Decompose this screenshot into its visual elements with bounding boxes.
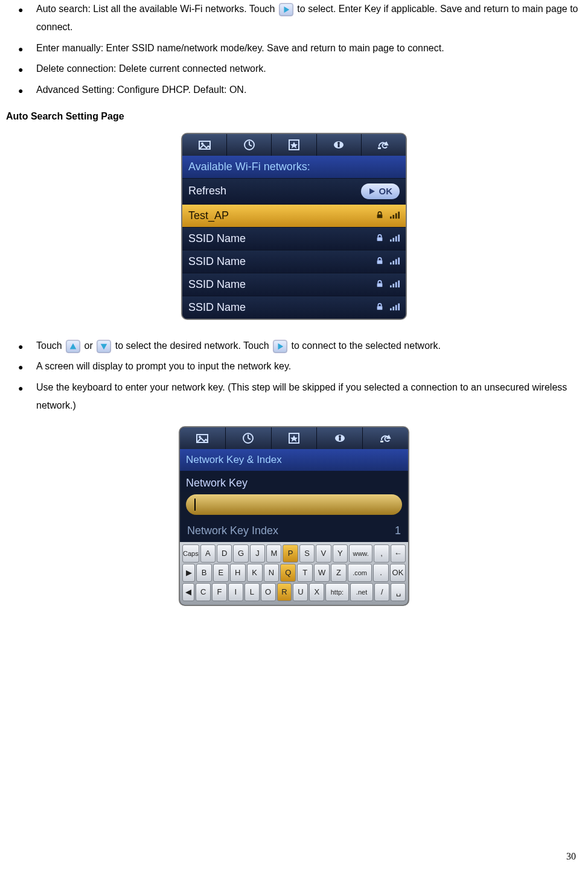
signal-icon bbox=[390, 209, 400, 222]
svg-rect-28 bbox=[377, 283, 383, 287]
wifi-network-row[interactable]: Test_AP bbox=[182, 204, 406, 227]
keyboard-key[interactable]: V bbox=[316, 544, 331, 563]
keyboard-key[interactable]: .net bbox=[350, 583, 374, 601]
keyboard-key[interactable]: C bbox=[196, 583, 211, 601]
bullet-list-top: Auto search: List all the available Wi-F… bbox=[6, 0, 582, 99]
keyboard-key[interactable]: ␣ bbox=[391, 583, 406, 601]
topbar-tab-2[interactable] bbox=[272, 134, 316, 156]
wifi-network-name: Test_AP bbox=[188, 209, 375, 222]
keyboard-key[interactable]: / bbox=[374, 583, 389, 601]
svg-rect-17 bbox=[398, 212, 400, 219]
triangle-down-icon bbox=[97, 340, 111, 353]
keyboard-key[interactable]: R bbox=[277, 583, 292, 601]
keyboard-key[interactable]: B bbox=[196, 564, 212, 582]
keyboard-key[interactable]: I bbox=[228, 583, 243, 601]
keyboard-key[interactable]: S bbox=[299, 544, 315, 563]
keyboard-key[interactable]: ← bbox=[391, 544, 406, 563]
svg-rect-35 bbox=[392, 307, 394, 310]
keyboard-key[interactable]: Caps bbox=[182, 544, 199, 563]
signal-icon bbox=[390, 232, 400, 245]
play-icon bbox=[273, 340, 287, 353]
bullet-item: Touch or to select the desired network. … bbox=[18, 337, 582, 355]
keyboard-key[interactable]: E bbox=[213, 564, 229, 582]
wifi-network-row[interactable]: SSID Name bbox=[182, 250, 406, 273]
svg-line-5 bbox=[249, 145, 252, 146]
keyboard-key[interactable]: A bbox=[200, 544, 216, 563]
refresh-row[interactable]: Refresh OK bbox=[182, 178, 406, 204]
bullet-item: A screen will display to prompt you to i… bbox=[18, 357, 582, 375]
wifi-network-name: SSID Name bbox=[188, 255, 375, 268]
keyboard-key[interactable]: W bbox=[314, 564, 330, 582]
keyboard-key[interactable]: F bbox=[212, 583, 227, 601]
keyboard-key[interactable]: N bbox=[264, 564, 280, 582]
svg-rect-36 bbox=[395, 305, 397, 310]
topbar-tab-4[interactable] bbox=[363, 427, 408, 449]
signal-icon bbox=[390, 278, 400, 291]
svg-rect-50 bbox=[339, 438, 340, 441]
keyboard-key[interactable]: T bbox=[297, 564, 313, 582]
keyboard-key[interactable]: . bbox=[373, 564, 389, 582]
lock-icon bbox=[375, 278, 384, 291]
keyboard-key[interactable]: http: bbox=[325, 583, 349, 601]
topbar-tab-0[interactable] bbox=[180, 427, 226, 449]
bullet-text: to select the desired network. Touch bbox=[112, 340, 272, 351]
keyboard-key[interactable]: , bbox=[374, 544, 389, 563]
keyboard-key[interactable]: Q bbox=[280, 564, 296, 582]
svg-rect-10 bbox=[338, 144, 340, 147]
svg-marker-38 bbox=[70, 343, 77, 349]
keyboard-key[interactable]: .com bbox=[348, 564, 372, 582]
topbar-tab-1[interactable] bbox=[227, 134, 272, 156]
bullet-item: Use the keyboard to enter your network k… bbox=[18, 378, 582, 415]
svg-rect-25 bbox=[392, 261, 394, 264]
keyboard-key[interactable]: H bbox=[230, 564, 246, 582]
svg-rect-51 bbox=[380, 441, 383, 442]
svg-rect-24 bbox=[390, 263, 392, 265]
svg-marker-7 bbox=[290, 142, 298, 148]
field-label-network-key: Network Key bbox=[180, 471, 408, 492]
wifi-network-row[interactable]: SSID Name bbox=[182, 273, 406, 296]
svg-rect-27 bbox=[398, 258, 400, 265]
wifi-network-row[interactable]: SSID Name bbox=[182, 227, 406, 250]
svg-line-45 bbox=[248, 438, 251, 439]
topbar-tab-4[interactable] bbox=[362, 134, 406, 156]
topbar-tab-3[interactable] bbox=[317, 427, 363, 449]
bullet-text: Enter manually: Enter SSID name/network … bbox=[36, 43, 444, 53]
topbar-tab-1[interactable] bbox=[226, 427, 272, 449]
bullet-text: Advanced Setting: Configure DHCP. Defaul… bbox=[36, 85, 246, 95]
keyboard-key[interactable]: Z bbox=[331, 564, 347, 582]
keyboard-key[interactable]: ◀ bbox=[182, 583, 194, 601]
topbar-tab-2[interactable] bbox=[272, 427, 318, 449]
keyboard-key[interactable]: M bbox=[266, 544, 281, 563]
keyboard-key[interactable]: www. bbox=[349, 544, 372, 563]
bullet-text: or bbox=[81, 340, 95, 351]
keyboard-key[interactable]: G bbox=[233, 544, 248, 563]
text-cursor bbox=[194, 499, 196, 511]
wifi-network-name: SSID Name bbox=[188, 301, 375, 314]
keyboard-key[interactable]: O bbox=[261, 583, 276, 601]
triangle-up-icon bbox=[66, 340, 80, 353]
keyboard-key[interactable]: D bbox=[217, 544, 232, 563]
topbar-tab-3[interactable] bbox=[317, 134, 362, 156]
page-number: 30 bbox=[566, 851, 576, 862]
ok-button[interactable]: OK bbox=[361, 183, 400, 199]
svg-rect-20 bbox=[392, 238, 394, 241]
network-key-input[interactable] bbox=[186, 494, 402, 515]
keyboard-key[interactable]: P bbox=[283, 544, 298, 563]
svg-rect-33 bbox=[377, 306, 383, 310]
keyboard-key[interactable]: OK bbox=[390, 564, 406, 582]
svg-rect-32 bbox=[398, 281, 400, 288]
on-screen-keyboard[interactable]: CapsADGJMPSVYwww.,←▶BEHKNQTWZ.com.OK◀CFI… bbox=[180, 542, 408, 605]
keyboard-key[interactable]: U bbox=[293, 583, 308, 601]
wifi-network-row[interactable]: SSID Name bbox=[182, 296, 406, 319]
keyboard-key[interactable]: K bbox=[247, 564, 263, 582]
bullet-list-mid: Touch or to select the desired network. … bbox=[6, 337, 582, 415]
keyboard-key[interactable]: Y bbox=[333, 544, 348, 563]
keyboard-key[interactable]: X bbox=[309, 583, 324, 601]
keyboard-key[interactable]: J bbox=[250, 544, 265, 563]
svg-rect-26 bbox=[395, 259, 397, 264]
device-topbar bbox=[180, 427, 408, 449]
lock-icon bbox=[375, 255, 384, 268]
topbar-tab-0[interactable] bbox=[182, 134, 227, 156]
keyboard-key[interactable]: L bbox=[244, 583, 260, 601]
keyboard-key[interactable]: ▶ bbox=[182, 564, 195, 582]
